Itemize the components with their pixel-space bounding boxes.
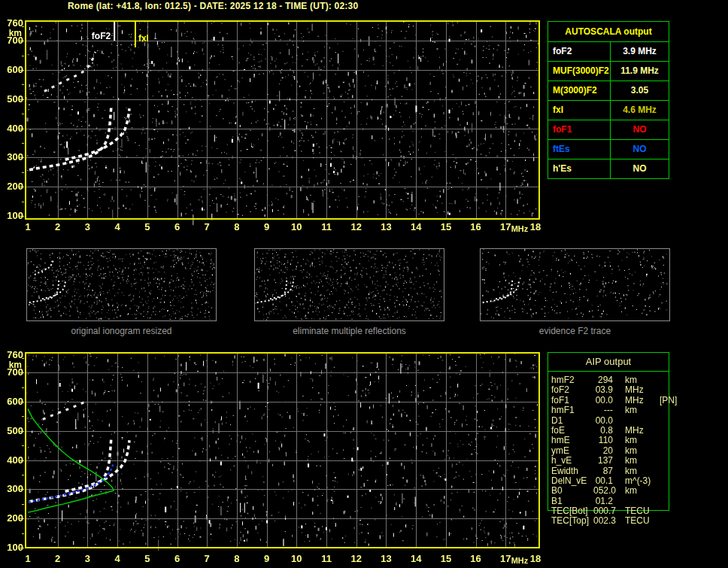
table-row-foF1: foF100.0MHz[PN] <box>551 396 726 405</box>
row-value: 110 <box>593 436 613 445</box>
table-row-hmF2: hmF2294km <box>551 375 726 385</box>
window-title: Rome (lat: +41.8, lon: 012.5) - DATE: 20… <box>68 1 358 11</box>
table-row-TECTop: TEC[Top]002.3TECU <box>551 516 726 526</box>
row-label: M(3000)F2 <box>548 81 610 100</box>
row-value: 294 <box>593 375 613 385</box>
row-value: 20 <box>593 446 613 456</box>
table-row-TECBot: TEC[Bot]000.7TECU <box>551 506 726 516</box>
row-label: foF1 <box>548 120 610 139</box>
row-value: NO <box>610 140 669 159</box>
row-label: foF2 <box>551 385 593 395</box>
row-unit: km <box>613 436 658 445</box>
mini-ionogram-canvas <box>27 249 216 320</box>
row-unit: TECU <box>613 506 658 516</box>
row-label: B1 <box>551 497 593 506</box>
table-row-foF1: foF1 NO <box>548 120 669 140</box>
table-row-Ewidth: Ewidth87km <box>551 466 726 476</box>
row-label: ymE <box>551 446 593 456</box>
row-label: TEC[Bot] <box>551 506 593 516</box>
row-value: 87 <box>593 466 613 476</box>
row-extra <box>658 436 660 445</box>
row-value: 052.0 <box>593 486 613 496</box>
row-unit: MHz <box>613 385 658 395</box>
row-extra <box>658 375 660 385</box>
aip-table-divider <box>548 371 669 372</box>
row-label: ftEs <box>548 140 610 159</box>
row-label: Ewidth <box>551 466 593 476</box>
table-row-foE: foE0.8MHz <box>551 426 726 436</box>
table-row-foF2: foF2 3.9 MHz <box>548 42 669 62</box>
row-extra <box>658 416 660 426</box>
row-unit <box>613 497 658 506</box>
panel-caption: evidence F2 trace <box>480 326 670 336</box>
panel-evidence-f2-trace <box>480 248 670 321</box>
autoscala-table-title: AUTOSCALA output <box>548 22 669 42</box>
row-unit: km <box>613 486 658 496</box>
autoscala-output-table: AUTOSCALA output foF2 3.9 MHz MUF(3000)F… <box>548 21 669 179</box>
row-value: NO <box>610 159 669 178</box>
row-value: 03.9 <box>593 385 613 395</box>
table-row-hmE: hmE110km <box>551 436 726 445</box>
row-value: 00.0 <box>593 396 613 405</box>
row-value: 137 <box>593 456 613 466</box>
row-label: hmF1 <box>551 405 593 415</box>
row-label: hmE <box>551 436 593 445</box>
row-label: foE <box>551 426 593 436</box>
row-value: 3.9 MHz <box>610 42 669 61</box>
autoscala-window: Rome (lat: +41.8, lon: 012.5) - DATE: 20… <box>0 0 728 568</box>
row-value: 0.8 <box>593 426 613 436</box>
row-unit: TECU <box>613 516 658 526</box>
table-row-DelN_vE: DelN_vE00.1m^(-3) <box>551 476 726 486</box>
row-value: NO <box>610 120 669 139</box>
row-extra <box>658 405 660 415</box>
row-unit: km <box>613 375 658 385</box>
table-row-ftEs: ftEs NO <box>548 140 669 159</box>
row-unit: MHz <box>613 396 658 405</box>
row-label: foF2 <box>548 42 610 61</box>
row-unit: MHz <box>613 426 658 436</box>
table-row-hmF1: hmF1---km <box>551 405 726 415</box>
row-unit <box>613 416 658 426</box>
row-label: fxI <box>548 101 610 120</box>
aip-output-table: hmF2294km foF203.9MHz foF100.0MHz[PN] hm… <box>551 375 726 527</box>
row-value: 4.6 MHz <box>610 101 669 120</box>
restored-trace-profile-plot <box>0 342 549 568</box>
row-label: D1 <box>551 416 593 426</box>
row-label: hmF2 <box>551 375 593 385</box>
row-extra <box>658 506 660 516</box>
row-label: MUF(3000)F2 <box>548 62 610 80</box>
row-extra <box>658 486 660 496</box>
table-row-h_vE: h_vE137km <box>551 456 726 466</box>
table-row-D1: D100.0 <box>551 416 726 426</box>
row-extra <box>658 446 660 456</box>
row-extra <box>658 426 660 436</box>
row-extra <box>658 466 660 476</box>
table-row-M3000F2: M(3000)F2 3.05 <box>548 81 669 101</box>
recorded-ionogram-plot <box>0 14 549 236</box>
row-label: B0 <box>551 486 593 496</box>
table-row-foF2: foF203.9MHz <box>551 385 726 395</box>
table-row-MUF3000F2: MUF(3000)F2 11.9 MHz <box>548 62 669 81</box>
table-row-B0: B0052.0km <box>551 486 726 496</box>
row-extra: [PN] <box>658 396 677 405</box>
panel-caption: eliminate multiple reflections <box>254 326 444 336</box>
row-label: DelN_vE <box>551 476 593 486</box>
panel-caption: original ionogram resized <box>26 326 217 336</box>
table-row-ymE: ymE20km <box>551 446 726 456</box>
row-value: 00.0 <box>593 416 613 426</box>
row-extra <box>658 516 660 526</box>
row-value: 00.1 <box>593 476 613 486</box>
aip-table-title: AIP output <box>548 356 669 367</box>
row-unit: km <box>613 466 658 476</box>
row-value: --- <box>593 405 613 415</box>
row-label: TEC[Top] <box>551 516 593 526</box>
row-value: 3.05 <box>610 81 669 100</box>
row-value: 01.2 <box>593 497 613 506</box>
row-label: h_vE <box>551 456 593 466</box>
row-value: 11.9 MHz <box>610 62 669 80</box>
row-extra <box>658 385 660 395</box>
row-label: h'Es <box>548 159 610 178</box>
panel-original-ionogram <box>26 248 217 321</box>
row-unit: km <box>613 456 658 466</box>
table-row-fxI: fxI 4.6 MHz <box>548 101 669 120</box>
